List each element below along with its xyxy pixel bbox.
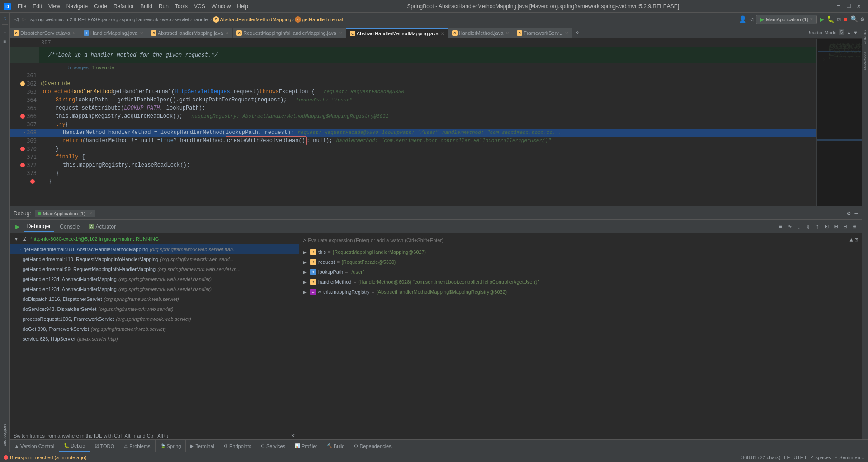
debug-run-button[interactable]: 🐛 [827,15,835,23]
tab-close[interactable]: ✕ [225,31,229,36]
menu-navigate[interactable]: Navigate [63,2,91,10]
tool-debug[interactable]: 🐛 Debug [59,440,90,452]
minimize-button[interactable]: − [835,2,842,10]
menu-code[interactable]: Code [91,2,110,10]
tool-todo[interactable]: ☑ TODO [90,440,120,452]
reader-mode-toggle[interactable]: Reader Mode 5 ▲ ▼ [807,29,862,35]
settings-button[interactable]: ⚙ [861,15,864,23]
debug-session-selector[interactable]: MainApplication (1) ✕ [35,210,95,217]
bc-springframework[interactable]: springframework [122,17,158,22]
breakpoint-370[interactable] [20,147,25,151]
tool-terminal[interactable]: ▶ Terminal [186,440,219,452]
bc-class[interactable]: AbstractHandlerMethodMapping [220,17,292,22]
menu-build[interactable]: Build [137,2,156,10]
run-button[interactable]: ▶ [820,15,824,24]
layout-button[interactable]: ⊞ [851,222,858,231]
debug-hide-icon[interactable]: − [854,210,858,217]
tool-endpoints[interactable]: ⚙ Endpoints [219,440,256,452]
bc-web[interactable]: web [162,17,171,22]
eval-expand-icon[interactable]: ▷ [303,237,306,243]
bc-handler[interactable]: handler [193,17,209,22]
menu-help[interactable]: Help [234,2,251,10]
bc-method[interactable]: getHandlerInternal [302,17,343,22]
tool-problems[interactable]: ⚠ Problems [119,440,155,452]
stack-frame-8[interactable]: doGet:898, FrameworkServlet (org.springf… [10,324,299,334]
breakpoint-372[interactable] [20,163,25,167]
stack-frame-3[interactable]: getHandler:1234, AbstractHandlerMapping … [10,274,299,284]
bc-jar[interactable]: spring-webmvc-5.2.9.RELEASE.jar [30,17,108,22]
tab-close[interactable]: ✕ [140,31,143,36]
code-editor[interactable]: 361 362 363 364 365 366 367 [10,39,862,206]
tool-profiler[interactable]: 📊 Profiler [290,440,322,452]
project-icon[interactable]: P [2,16,8,21]
thread-item[interactable]: ▼ ⊻ *http-nio-8080-exec-1*@5,102 in grou… [10,233,299,244]
back-button[interactable]: ◁ [14,14,19,24]
step-out-button[interactable]: ↑ [814,222,821,231]
tab-close[interactable]: ✕ [441,31,444,36]
tab-dispatcher-servlet[interactable]: C DispatcherServlet.java ✕ [10,28,80,38]
expand-all-button[interactable]: ⊟ [841,222,849,231]
reader-mode-up[interactable]: ▲ [846,30,851,35]
reader-mode-down[interactable]: ▼ [853,30,858,35]
eval-up-icon[interactable]: ▲ [850,237,853,243]
bc-org[interactable]: org [111,17,118,22]
structure-sidebar-icon[interactable]: ≡ [2,38,7,45]
tab-abstract-handler-mapping[interactable]: C AbstractHandlerMapping.java ✕ [147,28,233,38]
tool-version-control[interactable]: ▲ Version Control [10,440,59,452]
evaluate-button[interactable]: ⊞ [832,222,840,231]
tab-close[interactable]: ✕ [339,31,342,36]
var-request[interactable]: ▶ f request = {RequestFacade@5330} [299,257,862,267]
stack-frame-0[interactable]: → getHandlerInternal:368, AbstractHandle… [10,244,299,254]
session-close[interactable]: ✕ [89,211,93,216]
tab-debugger[interactable]: Debugger [24,221,55,232]
tool-spring[interactable]: 🍃 Spring [156,440,186,452]
tab-close[interactable]: ✕ [72,31,76,36]
debug-settings-icon[interactable]: ⚙ [847,210,850,217]
right-sidebar-label[interactable]: Structure [863,30,867,44]
frames-button[interactable]: ≡ [777,222,784,231]
tab-actuator[interactable]: A Actuator [85,222,119,232]
more-tabs-button[interactable]: » [572,29,581,36]
stack-frame-7[interactable]: processRequest:1006, FrameworkServlet (o… [10,314,299,324]
avatar-icon[interactable]: 👤 [739,15,746,23]
stop-button[interactable]: ■ [844,16,847,23]
var-this[interactable]: ▶ f this = {RequestMappingHandlerMapping… [299,247,862,257]
tab-close[interactable]: ✕ [565,31,568,36]
status-indent[interactable]: 4 spaces [811,455,831,460]
menu-edit[interactable]: Edit [29,2,45,10]
breakpoint-362[interactable] [20,81,25,86]
forward-button[interactable]: ▷ [21,14,26,24]
code-content[interactable]: 357 /** Look up a handler method for the… [39,39,816,206]
tool-dependencies[interactable]: ⚙ Dependencies [349,440,396,452]
stack-frame-9[interactable]: service:626, HttpServlet (javax.servlet.… [10,334,299,344]
run-to-cursor-button[interactable]: ⊡ [823,222,830,231]
notification-sidebar-icon[interactable]: Notifications [2,423,8,447]
bookmarks-right-icon[interactable]: Bookmarks [863,52,867,70]
tab-close[interactable]: ✕ [505,31,509,36]
tab-request-mapping-info[interactable]: C RequestMappingInfoHandlerMapping.java … [233,28,346,38]
tool-build[interactable]: 🔨 Build [322,440,349,452]
menu-refactor[interactable]: Refactor [110,2,137,10]
stack-frame-2[interactable]: getHandlerInternal:59, RequestMappingInf… [10,264,299,274]
stack-frame-6[interactable]: doService:943, DispatcherServlet (org.sp… [10,304,299,314]
close-button[interactable]: ✕ [855,2,863,10]
tab-handler-method[interactable]: C HandlerMethod.java ✕ [448,28,513,38]
maximize-button[interactable]: □ [845,2,852,10]
search-everywhere-button[interactable]: 🔍 [850,15,858,23]
breakpoint-366[interactable] [20,114,25,119]
menu-window[interactable]: Window [208,2,234,10]
var-handlermethod[interactable]: ▶ f handlerMethod = {HandlerMethod@6028}… [299,277,862,287]
menu-tools[interactable]: Tools [172,2,191,10]
nav-back-icon[interactable]: ◁ [749,15,753,23]
bc-servlet[interactable]: servlet [175,17,189,22]
var-lookuppath[interactable]: ▶ s lookupPath = "/user" [299,267,862,277]
menu-file[interactable]: File [14,2,29,10]
filter-button[interactable]: ⊻ [23,236,27,242]
stack-frame-5[interactable]: doDispatch:1016, DispatcherServlet (org.… [10,294,299,304]
tab-handler-mapping[interactable]: I HandlerMapping.java ✕ [80,28,147,38]
tab-console[interactable]: Console [56,222,83,232]
bookmarks-sidebar-icon[interactable]: ☆ [2,29,7,36]
coverage-button[interactable]: ☑ [837,15,841,23]
eval-input[interactable] [308,238,848,243]
menu-run[interactable]: Run [156,2,172,10]
